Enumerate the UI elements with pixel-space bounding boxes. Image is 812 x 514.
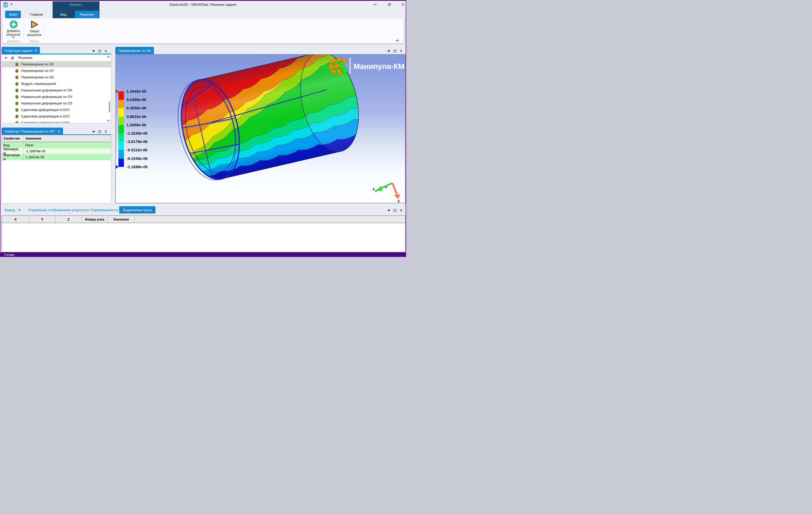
tree-item[interactable]: Перемещение по OZ bbox=[2, 74, 111, 81]
ribbon-collapse-icon[interactable] bbox=[396, 39, 399, 42]
fem-model-canvas[interactable]: Манипула-КМ.3 Z Y X bbox=[116, 55, 405, 203]
tab-home[interactable]: Главная bbox=[27, 11, 46, 18]
restore-button[interactable] bbox=[385, 2, 393, 7]
minimize-button[interactable] bbox=[371, 2, 379, 7]
tree-item-label: Перемещение по OZ bbox=[21, 75, 54, 79]
col-value: Значение bbox=[24, 135, 111, 142]
tab-file[interactable]: Файл bbox=[5, 11, 21, 18]
tab-task-structure-label: Структура задачи bbox=[4, 49, 32, 53]
close-button[interactable] bbox=[399, 2, 406, 7]
tree-item[interactable]: Нормальная деформация по OZ bbox=[2, 100, 111, 107]
minimize-icon bbox=[374, 4, 377, 5]
pin-icon[interactable] bbox=[104, 130, 108, 134]
status-text: Готово bbox=[4, 253, 14, 257]
panel-menu-arrow-icon[interactable] bbox=[92, 50, 95, 52]
pin-icon[interactable] bbox=[104, 50, 108, 53]
tab-task-structure[interactable]: Структура задачи bbox=[2, 47, 40, 54]
expander-icon[interactable] bbox=[4, 57, 7, 59]
tree-item[interactable]: Сдвиговая деформация в OXZ bbox=[2, 113, 111, 119]
tree-item-label: Нормальная деформация по OZ bbox=[21, 101, 72, 105]
properties-header-row: Свойство Значение bbox=[2, 135, 111, 142]
panel-menu-arrow-icon[interactable] bbox=[92, 131, 95, 133]
property-value: -1.16979e-05 bbox=[24, 148, 111, 154]
ribbon-group-run-label: Запуск bbox=[25, 39, 44, 43]
col-x[interactable]: X bbox=[2, 216, 29, 223]
float-window-icon[interactable] bbox=[393, 209, 397, 212]
tab-properties[interactable]: Свойства "Перемещение по ОХ" bbox=[2, 127, 63, 135]
viewport-3d[interactable]: Манипула-КМ.3 Z Y X 1.1642e-059.0489e-06… bbox=[115, 54, 406, 203]
tree-item[interactable]: Нормальная деформация по ОХ bbox=[2, 87, 111, 93]
axis-y-label: Y bbox=[375, 189, 377, 193]
solution-chart-icon bbox=[10, 56, 14, 60]
close-icon bbox=[401, 3, 405, 6]
axis-z-label: Z bbox=[373, 187, 375, 191]
col-property: Свойство bbox=[2, 135, 24, 142]
col-value[interactable]: Значение bbox=[108, 216, 135, 223]
tree-item[interactable]: Модуль перемещений bbox=[2, 81, 111, 87]
result-cube-icon bbox=[15, 75, 19, 79]
tab-view[interactable]: Вид bbox=[54, 11, 72, 18]
bottom-panel-controls bbox=[387, 209, 403, 212]
tree-item-label: Сдвиговая деформация в OXY bbox=[21, 108, 70, 112]
result-cube-icon bbox=[15, 95, 19, 99]
tree-item-label: Перемещение по OY bbox=[21, 69, 54, 73]
tab-viewport-label: Перемещение по ОХ bbox=[118, 49, 151, 53]
panel-menu-arrow-icon[interactable] bbox=[387, 50, 390, 52]
pin-icon[interactable] bbox=[399, 209, 403, 212]
tab-solution[interactable]: Решение bbox=[75, 11, 99, 18]
run-solver-label-1: Запуск bbox=[29, 29, 39, 33]
restore-icon bbox=[388, 3, 391, 6]
ribbon-group-add-label: Добавить bbox=[4, 39, 23, 43]
logo-divider bbox=[350, 58, 351, 74]
result-cube-icon bbox=[15, 101, 19, 106]
task-structure-tree: Решение Перемещение по ОХ Перемещение по… bbox=[2, 54, 111, 123]
tree-item-solution[interactable]: Решение bbox=[2, 54, 111, 61]
bottom-tab-bar: Вывод Управление отображением результата… bbox=[2, 206, 406, 213]
app-window: ElastLine3D - SMCMTask: Решение задачи К… bbox=[0, 0, 406, 257]
col-z[interactable]: Z bbox=[55, 216, 82, 223]
add-icon bbox=[10, 20, 18, 28]
col-node-number[interactable]: Номер узла bbox=[82, 216, 108, 223]
float-window-icon[interactable] bbox=[98, 130, 101, 134]
tree-item-label: Сдвиговая деформация в OYZ bbox=[21, 121, 69, 123]
tree-item-label: Перемещение по ОХ bbox=[21, 62, 54, 66]
result-cube-icon bbox=[15, 108, 19, 112]
property-value: 1.16423e-05 bbox=[24, 154, 111, 160]
scrollbar-thumb[interactable] bbox=[109, 101, 110, 112]
ribbon: Добавить результат Запуск решателя Добав… bbox=[3, 18, 404, 44]
col-y[interactable]: Y bbox=[29, 216, 55, 223]
float-window-icon[interactable] bbox=[98, 50, 101, 53]
pin-icon[interactable] bbox=[399, 50, 403, 53]
scroll-up-icon[interactable] bbox=[107, 56, 110, 58]
tree-item[interactable]: Перемещение по OY bbox=[2, 67, 111, 74]
add-result-button[interactable]: Добавить результат bbox=[4, 19, 23, 39]
tree-item-label: Нормальная деформация по ОХ bbox=[21, 88, 72, 92]
properties-table: Свойство Значение Вид Поле Минимум, м -1… bbox=[2, 135, 111, 203]
selected-nodes-table: X Y Z Номер узла Значение bbox=[2, 215, 406, 252]
property-row[interactable]: Максимум, м 1.16423e-05 bbox=[2, 154, 111, 160]
panel-menu-arrow-icon[interactable] bbox=[387, 209, 390, 211]
tab-output[interactable]: Вывод bbox=[5, 206, 15, 213]
scroll-down-icon[interactable] bbox=[107, 119, 110, 122]
tree-item-label: Сдвиговая деформация в OXZ bbox=[21, 114, 69, 118]
tab-selected-nodes[interactable]: Выделенные узлы bbox=[119, 206, 155, 213]
float-window-icon[interactable] bbox=[393, 50, 397, 53]
axis-x-label: X bbox=[398, 199, 400, 203]
result-cube-icon bbox=[15, 62, 19, 66]
tree-item-label: Нормальная деформация по OY bbox=[21, 95, 72, 99]
play-icon bbox=[30, 20, 38, 29]
add-result-label-2: результат bbox=[6, 33, 21, 36]
tab-result-display-control[interactable]: Управление отображением результата "Пере… bbox=[28, 206, 125, 213]
tree-panel-controls bbox=[92, 50, 108, 53]
tree-item[interactable]: Сдвиговая деформация в OYZ bbox=[2, 119, 111, 123]
tree-item[interactable]: Сдвиговая деформация в OXY bbox=[2, 107, 111, 113]
tree-item[interactable]: Перемещение по ОХ bbox=[2, 61, 111, 67]
tab-viewport-result[interactable]: Перемещение по ОХ bbox=[115, 47, 154, 54]
table-header-row: X Y Z Номер узла Значение bbox=[2, 216, 405, 223]
close-icon[interactable] bbox=[58, 130, 60, 133]
ribbon-separator bbox=[24, 20, 24, 40]
run-solver-button[interactable]: Запуск решателя bbox=[25, 19, 44, 39]
close-icon[interactable] bbox=[35, 50, 37, 52]
tree-item[interactable]: Нормальная деформация по OY bbox=[2, 93, 111, 100]
close-icon[interactable] bbox=[18, 208, 21, 211]
